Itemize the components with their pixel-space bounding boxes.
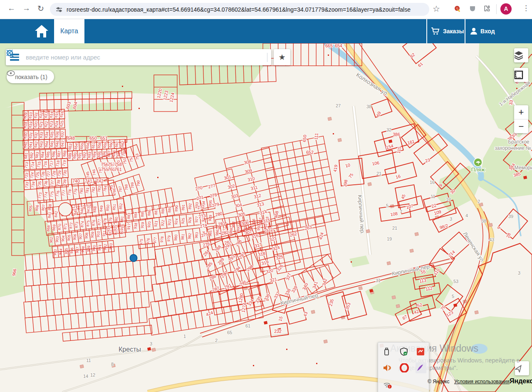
menu-kebab-icon[interactable]: ⋮ [522,4,530,12]
svg-text:784: 784 [103,185,108,192]
pen-app-icon[interactable] [416,362,426,373]
svg-text:3: 3 [150,341,152,346]
user-icon [470,27,478,35]
svg-text:5: 5 [452,294,454,299]
svg-text:19: 19 [387,236,392,241]
extensions-puzzle-icon[interactable] [483,5,491,15]
login-label: Вход [480,28,495,35]
svg-text:926: 926 [187,217,192,223]
terms-link[interactable]: Условия использования [454,379,510,385]
svg-text:923: 923 [167,219,172,226]
svg-text:846: 846 [79,208,84,214]
svg-text:740: 740 [72,179,80,184]
svg-text:908: 908 [84,232,89,239]
forward-icon[interactable]: → [22,4,30,13]
zoom-control: + − [514,105,528,133]
svg-text:10: 10 [446,197,451,202]
home-button[interactable] [33,23,50,39]
orders-button[interactable]: Заказы [431,19,464,43]
yandex-logo[interactable]: Яндекс [510,377,532,385]
svg-text:886: 886 [147,209,151,216]
svg-text:922: 922 [160,220,165,226]
svg-text:941: 941 [97,244,102,251]
svg-text:869: 869 [52,224,57,231]
tab-karta[interactable]: Карта [54,19,84,43]
svg-text:53: 53 [453,279,458,284]
search-input[interactable] [25,53,263,61]
svg-text:232: 232 [274,329,282,334]
svg-text:741: 741 [85,179,92,184]
extension-seal-icon[interactable] [453,5,462,15]
svg-text:918: 918 [133,223,138,229]
svg-text:982: 982 [187,233,192,239]
bookmark-star-icon[interactable]: ☆ [433,4,440,14]
svg-text:940: 940 [92,245,97,251]
map-container: 6096106116126136146156166186196206216226… [0,43,532,392]
svg-text:783: 783 [97,186,102,193]
svg-text:11: 11 [86,358,91,363]
svg-text:8: 8 [111,362,114,367]
favorites-star-button[interactable]: ★ [274,49,290,65]
cart-icon [431,27,440,35]
svg-text:12: 12 [90,372,95,377]
svg-text:852: 852 [118,203,123,209]
login-button[interactable]: Вход [470,19,495,43]
red-app-icon[interactable] [416,347,426,357]
measure-button[interactable] [514,68,528,82]
volume-icon[interactable] [383,364,392,373]
profile-avatar[interactable]: A [500,3,512,15]
svg-text:32: 32 [386,127,391,132]
site-settings-icon[interactable] [56,6,62,13]
svg-text:665: 665 [325,43,333,48]
show-results-pill[interactable]: показать (1) [7,70,54,83]
svg-text:652: 652 [306,150,314,155]
svg-text:877: 877 [97,219,102,226]
svg-text:650: 650 [302,134,307,142]
svg-text:872: 872 [69,222,74,229]
svg-text:751: 751 [123,158,128,164]
svg-text:3: 3 [450,216,452,221]
layers-button[interactable] [514,48,528,62]
back-icon[interactable]: ← [7,4,15,13]
svg-text:745: 745 [86,171,91,178]
svg-text:868: 868 [46,225,51,232]
geolocate-button[interactable] [515,361,529,375]
svg-text:887: 887 [154,208,158,215]
svg-text:65: 65 [227,330,232,335]
svg-text:906: 906 [72,234,77,241]
svg-text:850: 850 [105,204,110,211]
svg-text:!: ! [389,385,390,388]
svg-text:113: 113 [419,278,426,283]
close-icon[interactable] [6,49,13,57]
svg-text:21: 21 [376,171,381,176]
svg-text:870: 870 [57,223,62,230]
svg-text:781: 781 [85,187,90,194]
orders-label: Заказы [443,28,464,35]
app-header: Карта Заказы Вход [0,19,532,43]
zoom-out-button[interactable]: − [514,119,528,133]
layers-icon [514,51,523,60]
svg-text:112: 112 [425,285,433,291]
svg-text:977: 977 [153,237,158,243]
zoom-in-button[interactable]: + [514,105,528,119]
svg-text:873: 873 [74,221,79,228]
eye-icon [7,70,15,76]
svg-text:888: 888 [161,207,165,214]
svg-text:Кресты: Кресты [119,346,141,353]
reload-icon[interactable]: ↻ [37,4,44,13]
search-divider [267,53,267,62]
svg-text:780: 780 [79,188,84,194]
usb-icon[interactable] [383,347,392,357]
map-canvas[interactable]: 6096106116126136146156166186196206216226… [0,43,532,392]
network-error-icon[interactable]: ! [383,381,392,390]
opera-icon[interactable] [400,363,409,372]
defender-shield-icon[interactable] [400,347,409,357]
svg-text:845: 845 [73,208,78,215]
svg-text:885: 885 [140,211,145,217]
svg-text:849: 849 [99,205,104,212]
extension-shield-icon[interactable] [468,5,477,15]
address-bar[interactable]: rosreestr-doc.ru/кадастровая_карта#ct=54… [50,3,429,16]
svg-text:884: 884 [134,212,138,218]
toolbar-divider [496,4,497,14]
svg-text:648: 648 [67,136,75,141]
